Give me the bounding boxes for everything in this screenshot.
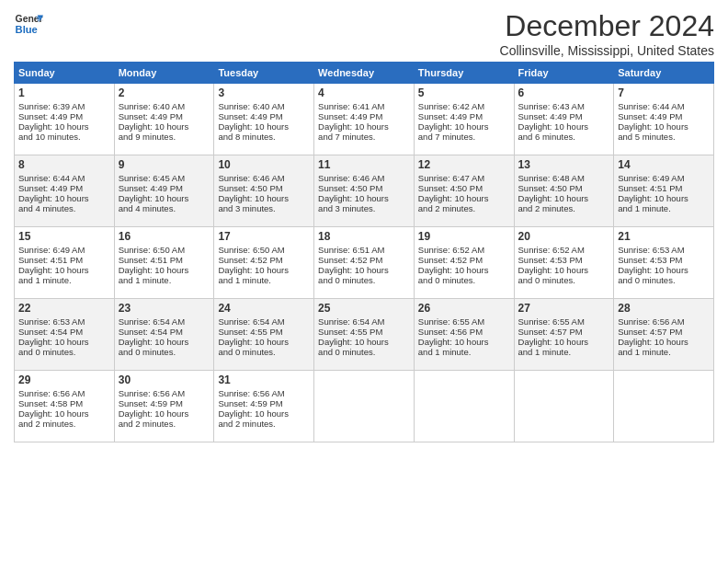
day-info: Daylight: 10 hours: [218, 408, 310, 419]
day-info: Sunset: 4:56 PM: [418, 327, 510, 337]
day-info: Daylight: 10 hours: [119, 265, 210, 275]
calendar-cell: 16Sunrise: 6:50 AMSunset: 4:51 PMDayligh…: [114, 227, 214, 299]
day-number: 2: [119, 86, 210, 99]
calendar-cell: 19Sunrise: 6:52 AMSunset: 4:52 PMDayligh…: [414, 227, 514, 299]
day-info: Sunset: 4:54 PM: [119, 327, 210, 337]
day-info: and 4 minutes.: [18, 203, 110, 213]
calendar-cell: 6Sunrise: 6:43 AMSunset: 4:49 PMDaylight…: [514, 84, 614, 155]
weekday-header-row: SundayMondayTuesdayWednesdayThursdayFrid…: [15, 63, 714, 84]
day-number: 14: [618, 158, 710, 171]
location: Collinsville, Mississippi, United States: [500, 43, 714, 58]
calendar-cell: 20Sunrise: 6:52 AMSunset: 4:53 PMDayligh…: [514, 227, 614, 299]
day-info: Sunrise: 6:44 AM: [18, 173, 110, 183]
day-info: and 9 minutes.: [119, 132, 210, 142]
day-number: 20: [518, 230, 610, 243]
week-row-1: 1Sunrise: 6:39 AMSunset: 4:49 PMDaylight…: [15, 84, 714, 155]
calendar-cell: 10Sunrise: 6:46 AMSunset: 4:50 PMDayligh…: [214, 155, 314, 227]
calendar-cell: 15Sunrise: 6:49 AMSunset: 4:51 PMDayligh…: [15, 227, 115, 299]
week-row-3: 15Sunrise: 6:49 AMSunset: 4:51 PMDayligh…: [15, 227, 714, 299]
day-info: and 0 minutes.: [618, 275, 710, 285]
day-info: Daylight: 10 hours: [18, 121, 110, 132]
day-info: Sunset: 4:57 PM: [518, 327, 610, 337]
week-row-2: 8Sunrise: 6:44 AMSunset: 4:49 PMDaylight…: [15, 155, 714, 227]
day-info: and 0 minutes.: [518, 275, 610, 285]
day-info: and 7 minutes.: [318, 132, 410, 142]
day-info: Sunrise: 6:54 AM: [218, 316, 310, 327]
day-info: Sunset: 4:49 PM: [18, 111, 110, 121]
day-number: 21: [618, 230, 710, 243]
calendar-cell: 22Sunrise: 6:53 AMSunset: 4:54 PMDayligh…: [15, 299, 115, 371]
day-info: Sunset: 4:50 PM: [418, 183, 510, 193]
day-number: 27: [518, 302, 610, 315]
day-info: Daylight: 10 hours: [518, 193, 610, 203]
day-info: Daylight: 10 hours: [18, 337, 110, 347]
day-info: Sunrise: 6:56 AM: [18, 388, 110, 398]
calendar-cell: [314, 371, 415, 442]
day-info: Daylight: 10 hours: [318, 121, 410, 132]
day-info: and 1 minute.: [218, 275, 310, 285]
day-info: Sunrise: 6:55 AM: [518, 316, 610, 327]
day-info: Sunset: 4:50 PM: [518, 183, 610, 193]
day-info: Daylight: 10 hours: [119, 193, 210, 203]
weekday-header-monday: Monday: [114, 63, 214, 84]
day-info: Sunrise: 6:42 AM: [418, 101, 510, 111]
page-container: General Blue December 2024 Collinsville,…: [0, 0, 728, 452]
day-info: Sunrise: 6:45 AM: [119, 173, 210, 183]
calendar-cell: 17Sunrise: 6:50 AMSunset: 4:52 PMDayligh…: [214, 227, 314, 299]
day-info: Daylight: 10 hours: [18, 408, 110, 419]
day-number: 24: [218, 302, 310, 315]
day-info: and 2 minutes.: [18, 419, 110, 429]
day-info: Daylight: 10 hours: [418, 265, 510, 275]
weekday-header-tuesday: Tuesday: [214, 63, 314, 84]
day-info: and 0 minutes.: [318, 275, 410, 285]
day-info: Sunset: 4:49 PM: [518, 111, 610, 121]
day-number: 10: [218, 158, 310, 171]
logo: General Blue: [14, 9, 43, 39]
day-info: Sunset: 4:49 PM: [218, 111, 310, 121]
day-info: Sunset: 4:55 PM: [218, 327, 310, 337]
day-info: and 0 minutes.: [218, 347, 310, 357]
day-info: Daylight: 10 hours: [618, 265, 710, 275]
calendar-cell: 30Sunrise: 6:56 AMSunset: 4:59 PMDayligh…: [114, 371, 214, 442]
day-info: and 1 minute.: [518, 347, 610, 357]
day-info: Sunrise: 6:56 AM: [119, 388, 210, 398]
calendar-cell: 4Sunrise: 6:41 AMSunset: 4:49 PMDaylight…: [314, 84, 415, 155]
calendar-cell: 14Sunrise: 6:49 AMSunset: 4:51 PMDayligh…: [614, 155, 714, 227]
day-info: Sunset: 4:49 PM: [119, 111, 210, 121]
calendar-cell: 13Sunrise: 6:48 AMSunset: 4:50 PMDayligh…: [514, 155, 614, 227]
day-info: and 4 minutes.: [119, 203, 210, 213]
calendar-cell: 27Sunrise: 6:55 AMSunset: 4:57 PMDayligh…: [514, 299, 614, 371]
day-info: Daylight: 10 hours: [18, 193, 110, 203]
day-info: and 7 minutes.: [418, 132, 510, 142]
day-info: Daylight: 10 hours: [618, 121, 710, 132]
day-number: 12: [418, 158, 510, 171]
day-info: Sunset: 4:54 PM: [18, 327, 110, 337]
day-info: Daylight: 10 hours: [418, 121, 510, 132]
day-info: Sunset: 4:53 PM: [518, 255, 610, 265]
day-info: Sunrise: 6:44 AM: [618, 101, 710, 111]
day-info: Sunrise: 6:49 AM: [18, 245, 110, 255]
day-info: Sunrise: 6:43 AM: [518, 101, 610, 111]
day-info: and 0 minutes.: [18, 347, 110, 357]
day-info: Daylight: 10 hours: [318, 337, 410, 347]
day-info: Sunset: 4:52 PM: [418, 255, 510, 265]
day-info: Sunrise: 6:54 AM: [119, 316, 210, 327]
day-number: 28: [618, 302, 710, 315]
weekday-header-saturday: Saturday: [614, 63, 714, 84]
day-info: Daylight: 10 hours: [518, 337, 610, 347]
calendar-cell: 5Sunrise: 6:42 AMSunset: 4:49 PMDaylight…: [414, 84, 514, 155]
day-info: Daylight: 10 hours: [418, 193, 510, 203]
day-info: Sunrise: 6:55 AM: [418, 316, 510, 327]
day-number: 31: [218, 373, 310, 386]
day-number: 6: [518, 86, 610, 99]
calendar-cell: 23Sunrise: 6:54 AMSunset: 4:54 PMDayligh…: [114, 299, 214, 371]
day-number: 22: [18, 302, 110, 315]
calendar-cell: 25Sunrise: 6:54 AMSunset: 4:55 PMDayligh…: [314, 299, 415, 371]
day-info: Daylight: 10 hours: [218, 121, 310, 132]
day-info: and 1 minute.: [18, 275, 110, 285]
week-row-4: 22Sunrise: 6:53 AMSunset: 4:54 PMDayligh…: [15, 299, 714, 371]
day-info: Daylight: 10 hours: [18, 265, 110, 275]
day-info: and 2 minutes.: [418, 203, 510, 213]
day-number: 1: [18, 86, 110, 99]
calendar-cell: 1Sunrise: 6:39 AMSunset: 4:49 PMDaylight…: [15, 84, 115, 155]
